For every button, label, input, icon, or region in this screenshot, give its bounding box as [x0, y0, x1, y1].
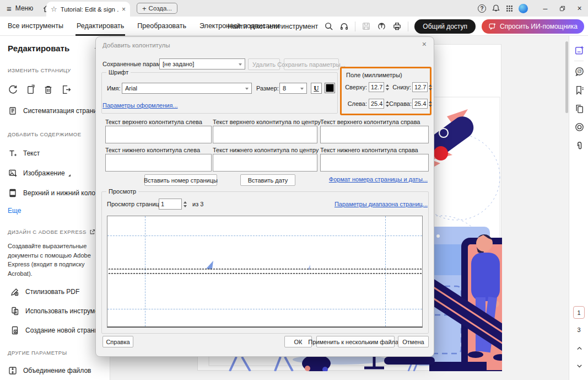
ask-ai-button[interactable]: Спросить ИИ-помощника — [482, 19, 584, 34]
add-header-footer-dialog: Добавить колонтитулы × Сохраненные парам… — [95, 36, 434, 357]
content-squiggle-line-1 — [107, 269, 422, 271]
external-link-icon — [89, 229, 95, 235]
new-page-label: Создание новой страницы — [25, 327, 106, 334]
right-panel: @ 1 3 — [569, 36, 588, 380]
preview-page-label: Просмотр страницы — [107, 201, 164, 207]
comments-icon[interactable]: @ — [574, 66, 585, 77]
current-page-value: 1 — [577, 309, 580, 316]
margin-left-field[interactable]: 25.4 — [369, 99, 384, 109]
restore-button[interactable] — [554, 0, 571, 17]
page-range-options-link[interactable]: Параметры диапазона страниц... — [335, 201, 428, 207]
share-button[interactable]: Общий доступ — [414, 19, 476, 34]
tab-close-icon[interactable]: × — [122, 6, 126, 13]
nav-edit[interactable]: Редактировать — [70, 17, 131, 36]
help-button[interactable]: Справка — [103, 336, 133, 347]
vertical-scrollbar-thumb[interactable] — [565, 41, 568, 113]
toolbar: Все инструменты Редактировать Преобразов… — [0, 17, 588, 36]
menu-hamburger-icon[interactable]: ≡ — [7, 4, 12, 13]
margin-bottom-field[interactable]: 12.7 — [412, 82, 428, 92]
sidebar-item-header-footer[interactable]: Верхний и нижний колонтитуль — [8, 188, 103, 198]
cancel-button[interactable]: Отмена — [398, 336, 429, 347]
margin-top-field[interactable]: 12.7 — [369, 82, 384, 92]
footer-center-input[interactable] — [213, 154, 317, 172]
new-tab-button[interactable]: + Созда... — [137, 3, 177, 14]
nav-convert[interactable]: Преобразовать — [131, 17, 193, 36]
sidebar-item-image[interactable]: Изображение — [8, 168, 103, 178]
preview-page-field[interactable]: 1 — [159, 199, 182, 210]
document-tab[interactable]: ☆ Tutorial: Edit & sign ... × — [46, 2, 130, 17]
minimize-button[interactable]: – — [537, 0, 554, 17]
sidebar-item-text[interactable]: Текст — [8, 148, 103, 158]
notifications-bell-icon[interactable] — [489, 0, 503, 17]
upload-share-icon[interactable] — [377, 22, 386, 31]
header-right-input[interactable] — [320, 126, 429, 143]
avatar[interactable] — [516, 0, 530, 17]
sidebar-item-new-page[interactable]: Создание новой страницы — [10, 325, 103, 335]
footer-right-input[interactable] — [320, 154, 429, 172]
preview-page-spinner[interactable] — [182, 199, 188, 209]
read-aloud-headphones-icon[interactable] — [339, 22, 349, 31]
sidebar-item-use-tool[interactable]: Использовать инструмент... — [10, 306, 103, 316]
left-panel: Редактировать ИЗМЕНИТЬ СТРАНИЦУ — [0, 36, 110, 380]
current-page-box[interactable]: 1 — [573, 306, 585, 319]
preview-of-label: из 3 — [192, 201, 203, 207]
margins-group: Поле (миллиметры) Сверху: 12.7 Снизу: 12… — [340, 67, 431, 115]
font-size-value: 8 — [283, 85, 286, 92]
appearance-options-link[interactable]: Параметры оформления... — [103, 102, 178, 109]
menu-button[interactable]: Меню — [15, 4, 33, 12]
font-color-swatch[interactable] — [325, 83, 335, 93]
plus-icon: + — [142, 4, 147, 13]
sidebar-item-stylize-pdf[interactable]: Стилизовать PDF — [10, 287, 103, 297]
use-tool-icon — [10, 306, 20, 316]
nav-all-tools[interactable]: Все инструменты — [1, 17, 70, 36]
express-description: Создавайте выразительные документы с пом… — [8, 242, 103, 278]
apps-grid-icon[interactable] — [503, 0, 516, 17]
font-name-dropdown[interactable]: Arial — [122, 83, 252, 94]
help-icon[interactable]: ? — [475, 0, 489, 17]
margin-right-spinner[interactable] — [428, 99, 433, 109]
favorite-star-icon[interactable]: ☆ — [51, 5, 57, 13]
header-center-input[interactable] — [213, 126, 317, 143]
apply-multiple-files-button[interactable]: Применить к нескольким файлам — [316, 336, 395, 347]
insert-page-number-button[interactable]: Вставить номер страницы — [144, 174, 217, 186]
header-left-input[interactable] — [105, 126, 212, 143]
dialog-close-icon[interactable]: × — [422, 40, 427, 48]
extract-page-icon[interactable] — [61, 84, 71, 95]
margin-right-field[interactable]: 25.4 — [412, 99, 428, 109]
footer-left-input[interactable] — [105, 154, 212, 172]
number-date-format-link[interactable]: Формат номера страницы и даты... — [329, 176, 428, 183]
delete-page-icon[interactable] — [43, 84, 53, 95]
print-icon[interactable] — [392, 22, 402, 31]
insert-date-button[interactable]: Вставить дату — [240, 174, 295, 186]
saved-settings-dropdown[interactable]: [не задано] — [159, 58, 245, 69]
section-adobe-express: ДИЗАЙН С ADOBE EXPRESS — [8, 229, 87, 235]
chevron-down-icon[interactable] — [574, 360, 585, 371]
crop-page-icon[interactable] — [25, 84, 36, 95]
font-name-label: Имя: — [107, 85, 120, 92]
destinations-target-icon[interactable] — [574, 121, 585, 132]
page-thumbnails-icon[interactable] — [574, 103, 585, 114]
organize-pages-label: Систематизация страниц — [23, 107, 101, 115]
ai-assistant-icon[interactable] — [574, 45, 585, 56]
header-right-label: Текст верхнего колонтитула справа — [320, 119, 420, 125]
close-window-button[interactable]: × — [571, 0, 588, 17]
more-link[interactable]: Еще — [8, 207, 21, 215]
top-margin-guide — [107, 236, 422, 236]
sidebar-item-organize-pages[interactable]: Систематизация страниц — [8, 106, 103, 116]
font-size-dropdown[interactable]: 8 — [279, 83, 307, 94]
delete-settings-button[interactable]: Удалить — [248, 58, 280, 70]
text-label: Текст — [23, 149, 40, 157]
submenu-corner-icon — [68, 174, 71, 176]
text-tool-icon — [8, 148, 18, 158]
acrobat-window: ≡ Меню ☆ Tutorial: Edit & sign ... × + С… — [0, 0, 588, 380]
chevron-up-icon[interactable] — [574, 342, 585, 354]
underline-button[interactable]: U — [311, 83, 322, 94]
save-settings-button[interactable]: Сохранить параметры... — [284, 58, 339, 70]
bookmarks-icon[interactable] — [574, 84, 585, 95]
margin-bottom-spinner[interactable] — [428, 82, 433, 92]
attachments-paperclip-icon[interactable] — [574, 140, 585, 151]
search-icon[interactable] — [324, 22, 333, 31]
rotate-page-icon[interactable] — [8, 84, 18, 95]
sidebar-item-combine-files[interactable]: Объединение файлов — [8, 366, 103, 376]
search-text[interactable]: Найти текст или инструмент — [228, 23, 318, 30]
